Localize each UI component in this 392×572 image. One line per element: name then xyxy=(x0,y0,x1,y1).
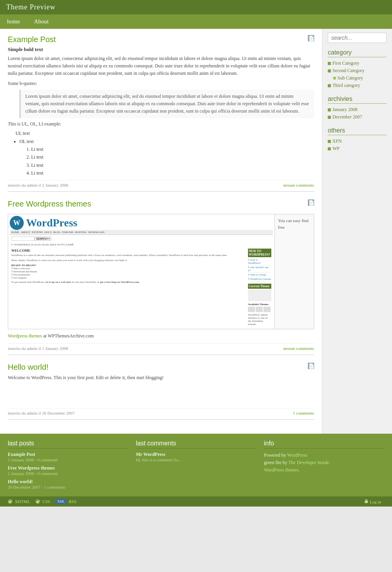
wp-mini-sidebar-title: NEW TO WORDPRESS? xyxy=(248,249,271,257)
bullet-icon xyxy=(328,84,331,87)
wp-mini-nav: HOME ABOUT EXTEND DOCS BLOG FORUMS HOSTI… xyxy=(10,230,273,235)
rss-link[interactable]: RSS xyxy=(69,499,77,504)
post-comments-1[interactable]: nessun commento xyxy=(283,183,314,187)
post-title-2[interactable]: Free Wordpress themes xyxy=(8,199,91,208)
footer-dot1: . xyxy=(329,460,330,465)
wp-mini-description: WordPress is a state-of-the-art semantic… xyxy=(11,254,246,257)
footer-dev-link[interactable]: The Developer Inside xyxy=(288,460,329,465)
wp-mini-current-theme: Current Theme xyxy=(248,284,271,301)
footer-wordpress-link[interactable]: WordPress xyxy=(287,452,308,458)
wp-mini-sidebar: NEW TO WORDPRESS? ◊ what is WordPress? ◊… xyxy=(248,249,271,326)
sidebar-others-section: others XFN WP xyxy=(328,127,387,152)
footer-info-text: Powered by WordPress green lite by The D… xyxy=(264,452,384,474)
wp-mini-more: More simply, WordPress is what you use w… xyxy=(11,259,246,262)
ol-label: OL text xyxy=(19,139,34,144)
post-title-3[interactable]: Hello world! xyxy=(8,363,48,372)
content-wrap: Example Post 📄 Simple bold text Lorem ip… xyxy=(0,29,392,434)
post-footer-3: inserito da admin il 26 December 2007 1 … xyxy=(8,408,314,415)
ul-list: OL text Li text Li text Li text Li text xyxy=(19,138,314,177)
post-subtitle-1: Simple bold text xyxy=(8,46,314,53)
nav-home[interactable]: home xyxy=(0,14,27,29)
footer-info-title: info xyxy=(264,440,384,448)
wp-screenshot: W WordPress HOME ABOUT EXTEND DOCS BLOG … xyxy=(8,214,314,329)
footer-themes-link[interactable]: WordPress themes xyxy=(264,467,299,473)
post-comments-2[interactable]: nessun commento xyxy=(283,346,314,351)
wp-mini-admin-text: WordPress' admin interface is one of the… xyxy=(248,313,271,326)
search-input[interactable] xyxy=(328,33,387,43)
sidebar-item-sub-category: Sub Category xyxy=(328,74,387,82)
post-body-1: Lorem ipsum dolor sit amet, consectetur … xyxy=(8,55,314,78)
list-item: Li text xyxy=(31,145,314,153)
wp-themes-link[interactable]: Wordpress themes xyxy=(8,333,42,339)
post-meta-1: inserito da admin il 2 January 2008 xyxy=(8,183,68,187)
footer-post-title-3: Hello world! xyxy=(8,479,128,485)
wp-mini-set-it-up: To get started with WordPress, set it up… xyxy=(11,281,246,284)
css-link[interactable]: CSS xyxy=(42,499,50,504)
wp-mini-search-input[interactable] xyxy=(11,237,35,241)
second-category-link[interactable]: Second Category xyxy=(332,68,364,74)
list-example: UL text OL text Li text Li text Li text … xyxy=(16,129,314,177)
post-hello: Hello world! 📄 Welcome to WordPress. Thi… xyxy=(8,363,314,420)
bullet-icon xyxy=(328,116,331,119)
post-header-2: Free Wordpress themes 📄 xyxy=(8,199,314,211)
sidebar-item-jan2008: January 2008 xyxy=(328,106,387,113)
wp-logo: W WordPress xyxy=(10,216,273,230)
post-example: Example Post 📄 Simple bold text Lorem ip… xyxy=(8,35,314,192)
post-icon-3: 📄 xyxy=(308,363,314,369)
post-header-1: Example Post 📄 xyxy=(8,35,314,46)
footer-comment-author-1: Mr WordPress xyxy=(136,452,256,457)
footer-last-posts: last posts Example Post 2 January 2008 -… xyxy=(8,440,128,493)
footer-last-comments-title: last comments xyxy=(136,440,256,448)
checkmark-icon xyxy=(8,499,12,504)
post-title-1[interactable]: Example Post xyxy=(8,35,56,44)
wp-mini-ready-items: ◊ find a web host◊ Download and Install◊… xyxy=(11,267,246,279)
bullet-sub-icon xyxy=(333,77,336,79)
nav-about[interactable]: About xyxy=(27,14,56,29)
theme-thumb xyxy=(256,307,263,312)
footer-info: info Powered by WordPress green lite by … xyxy=(264,440,384,493)
xhtml-link[interactable]: XHTML xyxy=(15,499,30,504)
wp-mini-search: SEARCH » xyxy=(11,237,271,241)
wp-logo-circle: W xyxy=(10,216,24,230)
third-category-link[interactable]: Third category xyxy=(332,83,360,88)
login-link[interactable]: Log in xyxy=(370,500,381,504)
wp-screenshot-caption: You can easy find free xyxy=(275,214,314,329)
footer-post-meta-1: 2 January 2008 - 0 commenti xyxy=(8,457,128,462)
footer-comment-text-1: Hi, this is a comment.To... xyxy=(136,457,256,462)
wp-mini-available: © WORDPRESS IS ALSO AVAILABLE IN РУССКИЙ… xyxy=(10,242,273,247)
bullet-icon xyxy=(328,62,331,65)
december-2007-link[interactable]: December 2007 xyxy=(332,114,362,120)
post-comments-3[interactable]: 1 commento xyxy=(293,411,314,415)
post-header-3: Hello world! 📄 xyxy=(8,363,314,374)
wp-mini-site: W WordPress HOME ABOUT EXTEND DOCS BLOG … xyxy=(8,214,274,329)
wp-mini-ready: READY TO BEGIN? xyxy=(11,264,246,267)
post-wordpress: Free Wordpress themes 📄 W WordPress HOME… xyxy=(8,199,314,355)
wp-mini-search-button[interactable]: SEARCH » xyxy=(35,237,51,241)
ul-label: UL text xyxy=(16,129,314,137)
header: Theme Preview xyxy=(0,0,392,14)
footer-bottom-badges: XHTML CSS XML RSS xyxy=(8,499,79,504)
post-body-3: Welcome to WordPress. This is your first… xyxy=(8,374,314,381)
wp-mini-main: WELCOME WordPress is a state-of-the-art … xyxy=(11,249,246,326)
footer-post-title-1: Example Post xyxy=(8,452,128,457)
wp-mini-sidebar-item: ◊ why should I use it? xyxy=(248,265,271,273)
bullet-icon xyxy=(328,147,331,150)
xfn-link[interactable]: XFN xyxy=(332,138,342,144)
footer-dot2: . xyxy=(299,467,300,473)
site-title: Theme Preview xyxy=(6,3,386,11)
rss-badge: XML xyxy=(56,499,67,504)
sidebar-others-title: others xyxy=(328,127,387,135)
lock-icon xyxy=(364,499,369,503)
footer-last-posts-title: last posts xyxy=(8,440,128,448)
wp-link[interactable]: WP xyxy=(332,146,339,152)
ol-list: Li text Li text Li text Li text xyxy=(31,145,314,177)
january-2008-link[interactable]: January 2008 xyxy=(332,107,357,113)
wp-at-text: at WPThemesArchive.com xyxy=(43,333,94,339)
sub-category-link[interactable]: Sub Category xyxy=(338,75,363,81)
first-category-link[interactable]: First Category xyxy=(332,60,359,66)
wp-mini-theme-preview xyxy=(248,290,271,301)
sidebar-item-wp: WP xyxy=(328,145,387,152)
wp-mini-theme-thumbs xyxy=(248,307,271,312)
theme-thumb xyxy=(264,307,271,312)
post-meta-2: inserito da admin il 1 January 2008 xyxy=(8,346,68,351)
